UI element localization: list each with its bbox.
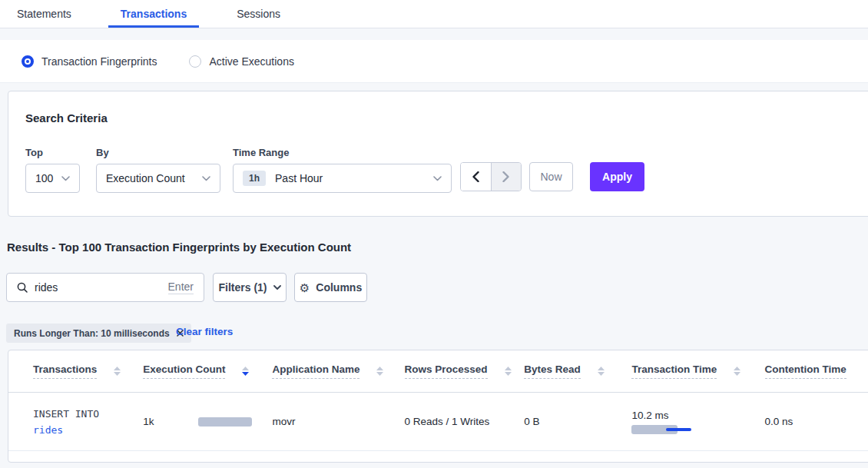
enter-hint[interactable]: Enter [168, 280, 194, 294]
by-select-value: Execution Count [106, 172, 185, 184]
top-select-value: 100 [35, 172, 53, 184]
time-range-value: Past Hour [275, 172, 323, 184]
contention-time-cell: 0.0 ns [765, 416, 868, 427]
gear-icon: ⚙ [300, 282, 310, 294]
top-label: Top [25, 147, 80, 158]
column-header-transaction-time[interactable]: Transaction Time [631, 363, 764, 379]
time-window-nav [460, 162, 522, 191]
time-range-field: Time Range 1h Past Hour [233, 147, 452, 193]
application-name-cell: movr [272, 416, 404, 427]
execution-count-bar [198, 417, 252, 427]
table-row: INSERT INTO rides 1k movr 0 Reads / 1 Wr… [8, 393, 868, 451]
radio-active-executions[interactable]: Active Executions [189, 55, 294, 68]
sort-icon[interactable] [734, 367, 740, 376]
filters-button-label: Filters (1) [218, 281, 267, 294]
radio-transaction-fingerprints[interactable]: Transaction Fingerprints [22, 55, 157, 68]
results-heading: Results - Top 100 Transaction Fingerprin… [7, 241, 351, 254]
chevron-left-icon [472, 171, 479, 182]
radio-label: Active Executions [209, 55, 294, 68]
tab-statements[interactable]: Statements [17, 0, 71, 28]
transaction-fingerprint-cell: INSERT INTO rides [33, 406, 143, 438]
rows-processed-cell: 0 Reads / 1 Writes [405, 416, 525, 427]
clear-filters-link[interactable]: Clear filters [176, 326, 233, 337]
column-header-rows-processed[interactable]: Rows Processed [405, 363, 525, 379]
view-mode-selector: Transaction Fingerprints Active Executio… [0, 40, 868, 83]
search-criteria-title: Search Criteria [25, 111, 108, 124]
std-dev-bar [666, 428, 691, 431]
transaction-time-value: 10.2 ms [631, 410, 764, 421]
by-label: By [96, 147, 220, 158]
radio-unselected-icon [189, 55, 201, 68]
column-header-bytes-read[interactable]: Bytes Read [524, 363, 631, 379]
sort-icon[interactable] [598, 367, 605, 376]
radio-selected-icon [22, 55, 34, 68]
filter-chip: Runs Longer Than: 10 milliseconds [6, 324, 191, 343]
time-range-select[interactable]: 1h Past Hour [233, 164, 452, 193]
search-input[interactable] [35, 281, 168, 294]
transaction-time-bar [631, 425, 716, 434]
execution-count-cell: 1k [143, 416, 272, 427]
time-range-badge: 1h [243, 171, 266, 186]
table-header-row: Transactions Execution Count Application… [8, 350, 868, 393]
time-range-label: Time Range [233, 147, 452, 158]
top-select[interactable]: 100 [25, 164, 80, 193]
top-field: Top 100 [25, 147, 80, 193]
transaction-link[interactable]: rides [33, 422, 143, 438]
results-search-box: Enter [6, 273, 204, 302]
chevron-down-icon [61, 176, 70, 181]
previous-time-window-button[interactable] [461, 163, 491, 191]
by-select[interactable]: Execution Count [96, 164, 220, 193]
filter-chip-label: Runs Longer Than: 10 milliseconds [14, 328, 170, 339]
column-header-transactions[interactable]: Transactions [33, 363, 143, 379]
by-field: By Execution Count [96, 147, 220, 193]
chevron-down-icon [433, 176, 442, 181]
search-criteria-card: Search Criteria Top 100 By Execution Cou… [8, 91, 868, 217]
next-time-window-button[interactable] [491, 163, 521, 191]
column-header-contention-time[interactable]: Contention Time [765, 363, 868, 379]
sort-icon[interactable] [505, 367, 512, 376]
now-button[interactable]: Now [529, 162, 573, 191]
chevron-down-icon [273, 285, 281, 290]
sql-text: INSERT INTO [33, 406, 143, 422]
column-header-execution-count[interactable]: Execution Count [143, 363, 272, 379]
radio-label: Transaction Fingerprints [41, 55, 157, 68]
columns-button-label: Columns [316, 281, 362, 294]
apply-button[interactable]: Apply [590, 162, 644, 191]
bytes-read-cell: 0 B [524, 416, 631, 427]
tab-transactions[interactable]: Transactions [108, 0, 199, 28]
transactions-page: Statements Transactions Sessions Transac… [0, 0, 868, 468]
column-header-application-name[interactable]: Application Name [272, 363, 404, 379]
execution-count-value: 1k [143, 416, 198, 427]
chevron-right-icon [502, 171, 509, 182]
top-tab-bar: Statements Transactions Sessions [0, 0, 868, 28]
results-table-card: Transactions Execution Count Application… [8, 350, 868, 463]
search-icon [17, 282, 28, 293]
sort-icon[interactable] [376, 367, 383, 376]
chevron-down-icon [202, 176, 210, 181]
sort-desc-icon[interactable] [242, 367, 249, 376]
columns-button[interactable]: ⚙ Columns [294, 273, 367, 302]
tab-sessions[interactable]: Sessions [237, 0, 280, 28]
filters-button[interactable]: Filters (1) [213, 273, 287, 302]
sort-icon[interactable] [114, 367, 121, 376]
transaction-time-cell: 10.2 ms [631, 410, 764, 434]
